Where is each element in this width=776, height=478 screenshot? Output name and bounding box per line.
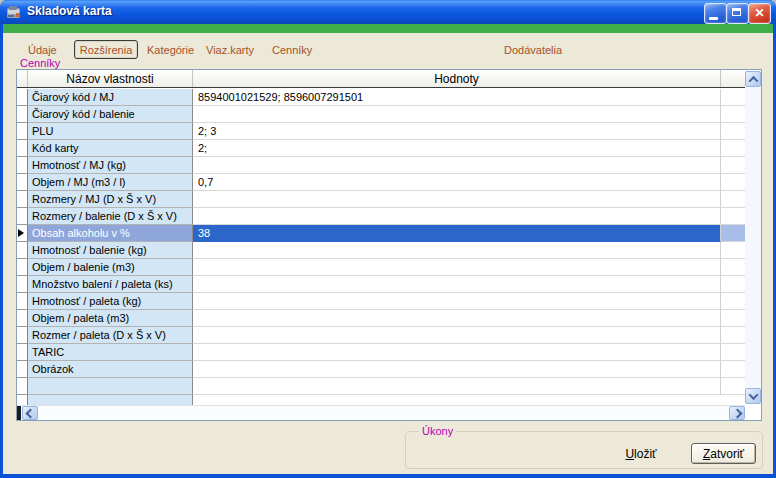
property-name-cell[interactable]: Čiarový kód / balenie xyxy=(28,106,193,123)
property-value-cell[interactable] xyxy=(193,378,721,395)
property-value-cell[interactable] xyxy=(193,191,721,208)
property-name-cell[interactable]: Množstvo balení / paleta (ks) xyxy=(28,276,193,293)
scroll-right-button[interactable] xyxy=(729,406,745,420)
property-name-cell[interactable]: Rozmery / balenie (D x Š x V) xyxy=(28,208,193,225)
header-property-value[interactable]: Hodnoty xyxy=(193,70,721,87)
row-selector-cell[interactable] xyxy=(17,378,28,395)
tab-dodavatelia[interactable]: Dodávatelia xyxy=(504,44,562,56)
property-value-cell[interactable] xyxy=(193,327,721,344)
row-extra-cell xyxy=(721,344,745,361)
table-row[interactable]: Objem / balenie (m3) xyxy=(17,259,745,276)
table-row[interactable]: Hmotnosť / MJ (kg) xyxy=(17,157,745,174)
row-selector-cell[interactable] xyxy=(17,191,28,208)
scroll-up-button[interactable] xyxy=(745,71,761,87)
row-selector-cell[interactable] xyxy=(17,106,28,123)
property-name-cell[interactable]: Objem / paleta (m3) xyxy=(28,310,193,327)
table-row[interactable]: Objem / paleta (m3) xyxy=(17,310,745,327)
property-name-cell[interactable]: Objem / balenie (m3) xyxy=(28,259,193,276)
table-row[interactable]: Množstvo balení / paleta (ks) xyxy=(17,276,745,293)
property-name-cell[interactable]: Hmotnosť / paleta (kg) xyxy=(28,293,193,310)
property-name-cell[interactable]: Objem / MJ (m3 / l) xyxy=(28,174,193,191)
property-value-cell[interactable] xyxy=(193,242,721,259)
row-selector-cell[interactable] xyxy=(17,140,28,157)
property-name-cell[interactable]: Obrázok xyxy=(28,361,193,378)
stock-card-window: Skladová karta ✕ Údaje Rozšírenia Kategó… xyxy=(0,0,776,478)
property-name-cell[interactable]: Rozmery / MJ (D x Š x V) xyxy=(28,191,193,208)
row-selector-cell[interactable] xyxy=(17,89,28,106)
scroll-down-button[interactable] xyxy=(745,388,761,404)
row-selector-cell[interactable] xyxy=(17,225,28,242)
table-row[interactable]: Hmotnosť / paleta (kg) xyxy=(17,293,745,310)
tab-rozsirenia[interactable]: Rozšírenia xyxy=(74,40,138,59)
table-row[interactable]: Obrázok xyxy=(17,361,745,378)
row-extra-cell xyxy=(721,293,745,310)
close-dialog-button[interactable]: Zatvoriť xyxy=(691,443,756,464)
tab-kategorie[interactable]: Kategórie xyxy=(147,44,194,56)
property-value-cell[interactable] xyxy=(193,361,721,378)
vertical-scrollbar[interactable] xyxy=(745,71,761,404)
property-value-cell[interactable]: 2; 3 xyxy=(193,123,721,140)
table-row[interactable]: Rozmer / paleta (D x Š x V) xyxy=(17,327,745,344)
splitter-grip[interactable] xyxy=(17,406,21,420)
properties-grid: Názov vlastnosti Hodnoty Čiarový kód / M… xyxy=(16,69,762,421)
row-extra-cell xyxy=(721,174,745,191)
table-row[interactable]: PLU2; 3 xyxy=(17,123,745,140)
property-value-cell[interactable]: 0,7 xyxy=(193,174,721,191)
row-selector-cell[interactable] xyxy=(17,310,28,327)
row-selector-cell[interactable] xyxy=(17,123,28,140)
property-name-cell[interactable]: Obsah alkoholu v % xyxy=(28,225,193,242)
property-value-cell[interactable] xyxy=(193,106,721,123)
property-value-cell[interactable] xyxy=(193,157,721,174)
maximize-button[interactable] xyxy=(726,3,749,24)
property-value-cell[interactable] xyxy=(193,276,721,293)
row-selector-cell[interactable] xyxy=(17,276,28,293)
tab-udaje[interactable]: Údaje xyxy=(28,44,57,56)
table-row[interactable]: Objem / MJ (m3 / l)0,7 xyxy=(17,174,745,191)
property-value-cell[interactable]: 38 xyxy=(193,225,721,242)
table-row[interactable]: Rozmery / MJ (D x Š x V) xyxy=(17,191,745,208)
close-button[interactable]: ✕ xyxy=(748,3,771,24)
minimize-button[interactable] xyxy=(704,3,727,24)
table-row[interactable]: Hmotnosť / balenie (kg) xyxy=(17,242,745,259)
row-selector-cell[interactable] xyxy=(17,242,28,259)
title-bar[interactable]: Skladová karta ✕ xyxy=(0,0,776,24)
horizontal-scrollbar[interactable] xyxy=(17,405,745,420)
row-selector-cell[interactable] xyxy=(17,293,28,310)
tab-viaz-karty[interactable]: Viaz.karty xyxy=(206,44,254,56)
header-property-name[interactable]: Názov vlastnosti xyxy=(28,70,193,87)
table-row[interactable]: Kód karty2; xyxy=(17,140,745,157)
tab-cenniky[interactable]: Cenníky xyxy=(272,44,312,56)
row-selector-cell[interactable] xyxy=(17,361,28,378)
save-button[interactable]: Uložiť xyxy=(612,445,670,463)
property-name-cell[interactable]: PLU xyxy=(28,123,193,140)
table-row[interactable]: Rozmery / balenie (D x Š x V) xyxy=(17,208,745,225)
property-name-cell[interactable]: Kód karty xyxy=(28,140,193,157)
property-name-cell[interactable]: Hmotnosť / MJ (kg) xyxy=(28,157,193,174)
row-selector-cell[interactable] xyxy=(17,157,28,174)
table-row[interactable]: Obsah alkoholu v %38 xyxy=(17,225,745,242)
chevron-right-icon xyxy=(732,408,742,418)
row-selector-cell[interactable] xyxy=(17,344,28,361)
table-row[interactable]: TARIC xyxy=(17,344,745,361)
property-value-cell[interactable] xyxy=(193,208,721,225)
property-value-cell[interactable] xyxy=(193,310,721,327)
table-row[interactable] xyxy=(17,378,745,395)
property-value-cell[interactable]: 8594001021529; 8596007291501 xyxy=(193,89,721,106)
property-value-cell[interactable] xyxy=(193,259,721,276)
actions-group-label: Úkony xyxy=(419,425,456,437)
row-selector-cell[interactable] xyxy=(17,259,28,276)
property-value-cell[interactable]: 2; xyxy=(193,140,721,157)
scroll-left-button[interactable] xyxy=(22,406,38,420)
property-name-cell[interactable]: Rozmer / paleta (D x Š x V) xyxy=(28,327,193,344)
property-name-cell[interactable]: Čiarový kód / MJ xyxy=(28,89,193,106)
row-selector-cell[interactable] xyxy=(17,174,28,191)
property-value-cell[interactable] xyxy=(193,344,721,361)
property-name-cell[interactable]: Hmotnosť / balenie (kg) xyxy=(28,242,193,259)
row-selector-cell[interactable] xyxy=(17,327,28,344)
property-value-cell[interactable] xyxy=(193,293,721,310)
row-selector-cell[interactable] xyxy=(17,208,28,225)
property-name-cell[interactable] xyxy=(28,378,193,395)
table-row[interactable]: Čiarový kód / balenie xyxy=(17,106,745,123)
property-name-cell[interactable]: TARIC xyxy=(28,344,193,361)
table-row[interactable]: Čiarový kód / MJ8594001021529; 859600729… xyxy=(17,89,745,106)
